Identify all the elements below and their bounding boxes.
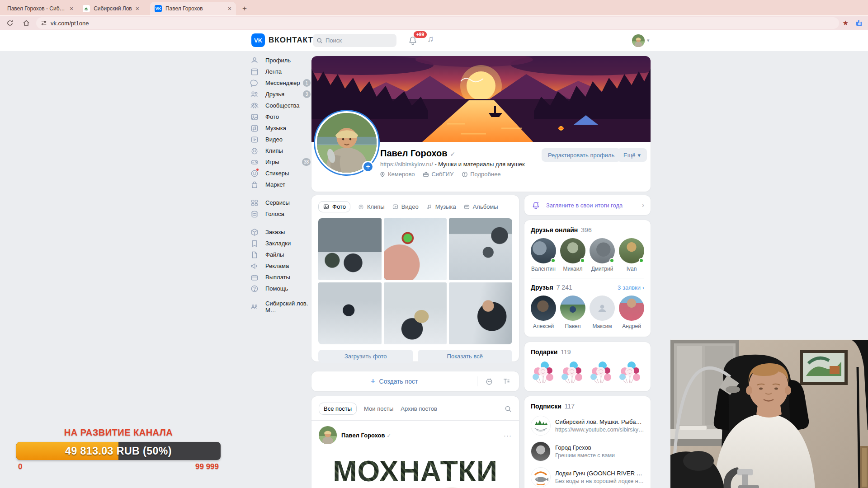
home-button[interactable] [20, 17, 33, 29]
friend-item[interactable]: Дмитрий [590, 238, 615, 272]
friend-item[interactable]: Павел [560, 296, 585, 329]
sidebar-item-music[interactable]: Музыка [250, 122, 311, 134]
upload-photo-button[interactable]: Загрузить фото [318, 350, 413, 363]
sidebar-item-help[interactable]: Помощь [250, 283, 311, 294]
gift-balloons-icon[interactable] [531, 360, 556, 385]
post-menu-icon[interactable]: ··· [504, 432, 512, 439]
gift-balloons-icon[interactable] [618, 360, 643, 385]
vk-logo[interactable]: VK ВКОНТАКТЕ [251, 33, 319, 47]
create-post-button[interactable]: + Создать пост [311, 376, 477, 386]
gifts-header[interactable]: Подарки 119 [531, 348, 644, 356]
tab-video[interactable]: Видео [392, 203, 419, 210]
friends-header[interactable]: Друзья 7 241 3 заявки › [531, 284, 644, 291]
friend-avatar[interactable] [590, 238, 615, 263]
subscriptions-header[interactable]: Подписки 117 [531, 403, 644, 410]
search-input[interactable]: Поиск [313, 34, 396, 47]
photo-thumbnail[interactable] [384, 218, 447, 280]
extension-icon[interactable] [855, 19, 863, 27]
post-image[interactable]: МОХНАТКИ [311, 450, 519, 488]
sidebar-item-messenger[interactable]: Мессенджер 1 [250, 77, 311, 89]
sidebar-item-files[interactable]: Файлы [250, 249, 311, 260]
profile-status-line[interactable]: https://sibirskylov.ru/ - Мушки и матери… [380, 161, 525, 168]
subscription-item[interactable]: Город Грехов Грешим вместе с вами [531, 441, 644, 461]
year-results-banner[interactable]: Загляните в свои итоги года › [524, 195, 651, 215]
clip-attach-icon[interactable] [485, 377, 494, 386]
sidebar-item-orders[interactable]: Заказы [250, 226, 311, 238]
more-button[interactable]: Ещё▾ [617, 148, 647, 162]
show-all-photos-button[interactable]: Показать всё [418, 350, 513, 363]
friend-item[interactable]: Михаил [560, 238, 585, 272]
sidebar-item-votes[interactable]: Голоса [250, 208, 311, 220]
sidebar-item-services[interactable]: Сервисы [250, 197, 311, 208]
photo-thumbnail[interactable] [384, 282, 447, 344]
browser-tab-1[interactable]: Павел Горохов - Сибирский × [3, 2, 78, 15]
friend-requests-link[interactable]: 3 заявки › [618, 284, 644, 291]
photo-thumbnail[interactable] [318, 282, 382, 344]
subscription-item[interactable]: Сибирский лов. Мушки. Рыбалка. Тур... ht… [531, 416, 644, 436]
browser-tab-active[interactable]: VK Павел Горохов × [150, 2, 236, 15]
edit-profile-button[interactable]: Редактировать профиль [542, 148, 621, 162]
photo-thumbnail[interactable] [318, 218, 382, 280]
reload-button[interactable] [4, 17, 16, 29]
friend-avatar[interactable] [560, 238, 585, 263]
friend-avatar[interactable] [619, 296, 644, 321]
friend-avatar-placeholder[interactable] [590, 296, 615, 321]
sidebar-item-video[interactable]: Видео [250, 134, 311, 145]
posts-search-icon[interactable] [505, 405, 512, 413]
sidebar-item-payouts[interactable]: Выплаты [250, 272, 311, 283]
tab-my-posts[interactable]: Мои посты [364, 405, 393, 412]
photo-thumbnail[interactable] [449, 282, 512, 344]
post-author-avatar[interactable] [319, 426, 337, 444]
profile-more-info[interactable]: Подробнее [462, 171, 500, 178]
header-avatar[interactable] [632, 34, 645, 47]
tab-photos[interactable]: Фото [318, 201, 350, 212]
sidebar-item-community-shortcut[interactable]: Сибирский лов. М… [250, 301, 311, 312]
sidebar-item-market[interactable]: Маркет [250, 179, 311, 190]
tab-music[interactable]: Музыка [426, 203, 456, 210]
sidebar-item-profile[interactable]: Профиль [250, 55, 311, 66]
profile-site-link[interactable]: https://sibirskylov.ru/ [380, 161, 433, 168]
sidebar-item-photos[interactable]: Фото [250, 111, 311, 122]
tab-close-icon[interactable]: × [70, 5, 73, 12]
tab-all-posts[interactable]: Все посты [319, 403, 357, 415]
gift-balloons-icon[interactable] [560, 360, 585, 385]
friend-avatar[interactable] [531, 238, 556, 263]
friend-avatar[interactable] [531, 296, 556, 321]
friend-item[interactable]: Валентин [531, 238, 556, 272]
tab-albums[interactable]: Альбомы [463, 203, 498, 210]
sidebar-item-clips[interactable]: Клипы [250, 145, 311, 156]
url-text[interactable]: vk.com/pt1one [51, 20, 89, 27]
music-icon[interactable]: ♫ [427, 34, 434, 44]
bookmark-star-icon[interactable]: ★ [843, 19, 849, 27]
tab-close-icon[interactable]: × [136, 5, 139, 12]
sidebar-item-feed[interactable]: Лента [250, 66, 311, 77]
chevron-down-icon[interactable]: ▾ [647, 38, 650, 43]
site-info-icon[interactable] [41, 20, 47, 26]
friend-avatar[interactable] [560, 296, 585, 321]
text-format-icon[interactable] [502, 377, 511, 386]
profile-education[interactable]: СибГИУ [423, 171, 453, 178]
sidebar-item-bookmarks[interactable]: Закладки [250, 238, 311, 249]
sidebar-item-ads[interactable]: Реклама [250, 260, 311, 272]
friend-avatar[interactable] [619, 238, 644, 263]
friend-item[interactable]: Алексей [531, 296, 556, 329]
new-tab-button[interactable]: + [239, 3, 250, 14]
add-story-button[interactable]: + [362, 161, 374, 173]
browser-tab-2[interactable]: Сибирский Лов × [78, 2, 144, 15]
tab-close-icon[interactable]: × [228, 5, 231, 12]
sidebar-item-communities[interactable]: Сообщества [250, 100, 311, 111]
friend-item[interactable]: Ivan [619, 238, 644, 272]
subscription-item[interactable]: Лодки Гунч (GOONCH RIVER HUNTER) Без вод… [531, 467, 644, 487]
tab-archive-posts[interactable]: Архив постов [401, 405, 437, 412]
gift-balloons-icon[interactable] [589, 360, 614, 385]
photo-thumbnail[interactable] [449, 218, 512, 280]
friends-online-header[interactable]: Друзья онлайн 396 [531, 226, 644, 234]
sidebar-item-games[interactable]: Игры 38 [250, 156, 311, 168]
sidebar-item-stickers[interactable]: Стикеры [250, 168, 311, 179]
friend-item[interactable]: Максим [590, 296, 615, 329]
friend-item[interactable]: Андрей [619, 296, 644, 329]
profile-city[interactable]: Кемерово [379, 171, 415, 178]
tab-clips[interactable]: Клипы [358, 203, 385, 210]
post-composer[interactable]: + Создать пост [311, 371, 519, 391]
post-author-name[interactable]: Павел Горохов✓ [341, 432, 391, 439]
